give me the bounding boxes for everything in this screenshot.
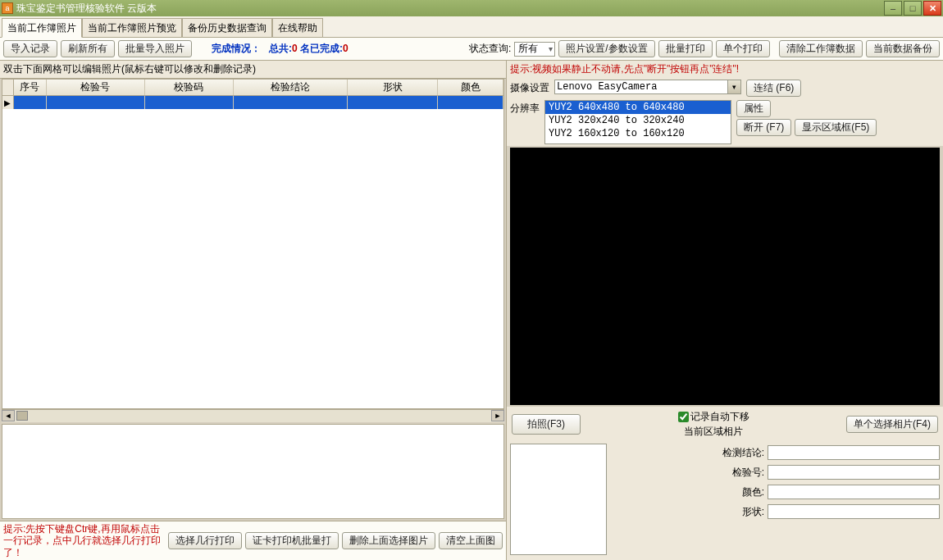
tab-photos[interactable]: 当前工作簿照片 (2, 18, 82, 38)
tab-help[interactable]: 在线帮助 (272, 18, 323, 37)
resolution-list[interactable]: YUY2 640x480 to 640x480 YUY2 320x240 to … (544, 100, 731, 144)
color-label: 颜色: (713, 485, 764, 499)
col-check-num[interactable]: 检验号 (47, 80, 145, 95)
clear-above-button[interactable]: 清空上面图 (439, 532, 503, 549)
list-item[interactable]: YUY2 320x240 to 320x240 (545, 114, 731, 127)
scroll-thumb[interactable] (16, 411, 28, 421)
row-indicator-icon: ▶ (2, 96, 14, 109)
color-input[interactable] (768, 485, 940, 499)
single-select-photo-button[interactable]: 单个选择相片(F4) (846, 416, 938, 433)
capture-button[interactable]: 拍照(F3) (512, 414, 581, 435)
photo-fields-row: 检测结论: 检验号: 颜色: 形状: (507, 442, 943, 560)
close-button[interactable]: ✕ (923, 1, 941, 16)
shape-input[interactable] (768, 504, 940, 519)
connect-button[interactable]: 连结 (F6) (746, 80, 801, 97)
tab-bar: 当前工作簿照片 当前工作簿照片预览 备份历史数据查询 在线帮助 (0, 16, 943, 38)
batch-import-button[interactable]: 批量导入照片 (118, 40, 192, 57)
col-verify-code[interactable]: 校验码 (145, 80, 234, 95)
result-label: 检测结论: (713, 446, 764, 460)
resolution-label: 分辨率 (510, 100, 540, 116)
scroll-left-icon[interactable]: ◄ (2, 410, 15, 421)
batch-print-button[interactable]: 批量打印 (658, 40, 713, 57)
select-rows-print-button[interactable]: 选择几行打印 (168, 532, 242, 549)
result-input[interactable] (768, 445, 940, 460)
main-area: 双击下面网格可以编辑照片(鼠标右键可以修改和删除记录) 序号 检验号 校验码 检… (0, 61, 943, 560)
single-print-button[interactable]: 单个打印 (716, 40, 770, 57)
grid-header: 序号 检验号 校验码 检验结论 形状 颜色 (2, 80, 503, 96)
clear-data-button[interactable]: 清除工作簿数据 (779, 40, 863, 57)
col-seq[interactable]: 序号 (14, 80, 47, 95)
disconnect-button[interactable]: 断开 (F7) (736, 119, 791, 136)
video-hint: 提示:视频如果静止不动请,先点"断开"按钮再点"连结"! (507, 61, 943, 78)
properties-button[interactable]: 属性 (736, 100, 771, 117)
scroll-right-icon[interactable]: ► (491, 410, 504, 421)
photo-preview (510, 444, 607, 555)
auto-down-input[interactable] (678, 412, 689, 422)
col-result[interactable]: 检验结论 (234, 80, 348, 95)
tab-history[interactable]: 备份历史数据查询 (182, 18, 272, 37)
table-row[interactable]: ▶ (2, 96, 503, 109)
status-query-select[interactable]: 所有 (514, 42, 555, 57)
resolution-row: 分辨率 YUY2 640x480 to 640x480 YUY2 320x240… (507, 98, 943, 146)
check-num-label: 检验号: (713, 466, 764, 480)
maximize-button[interactable]: □ (904, 1, 922, 16)
window-title: 珠宝鉴定书管理核验软件 云版本 (16, 2, 884, 16)
title-bar: a 珠宝鉴定书管理核验软件 云版本 – □ ✕ (0, 0, 943, 16)
minimize-button[interactable]: – (884, 1, 902, 16)
status-label: 完成情况： 总共:0 名已完成:0 (212, 42, 348, 56)
video-preview (510, 148, 940, 405)
grid-h-scrollbar[interactable]: ◄ ► (2, 409, 504, 422)
camera-row: 摄像设置 Lenovo EasyCamera ▾ 连结 (F6) (507, 78, 943, 98)
grid-hint: 双击下面网格可以编辑照片(鼠标右键可以修改和删除记录) (0, 61, 506, 79)
bottom-action-row: 提示:先按下键盘Ctr键,再用鼠标点击一行记录，点中几行就选择几行打印了！ 选择… (0, 521, 506, 560)
toolbar: 导入记录 刷新所有 批量导入照片 完成情况： 总共:0 名已完成:0 状态查询:… (0, 38, 943, 61)
capture-row: 拍照(F3) 记录自动下移 当前区域相片 单个选择相片(F4) (507, 407, 943, 442)
data-grid[interactable]: 序号 检验号 校验码 检验结论 形状 颜色 ▶ (2, 79, 504, 409)
left-pane: 双击下面网格可以编辑照片(鼠标右键可以修改和删除记录) 序号 检验号 校验码 检… (0, 61, 507, 560)
delete-selected-button[interactable]: 删除上面选择图片 (342, 532, 435, 549)
print-hint: 提示:先按下键盘Ctr键,再用鼠标点击一行记录，点中几行就选择几行打印了！ (3, 523, 165, 558)
backup-button[interactable]: 当前数据备份 (866, 40, 940, 57)
shape-label: 形状: (713, 505, 764, 519)
import-button[interactable]: 导入记录 (3, 40, 57, 57)
message-area (2, 424, 504, 519)
check-num-input[interactable] (768, 465, 940, 480)
list-item[interactable]: YUY2 640x480 to 640x480 (545, 101, 731, 114)
current-area-label: 当前区域相片 (684, 426, 743, 437)
show-area-box-button[interactable]: 显示区域框(F5) (795, 119, 877, 136)
chevron-down-icon[interactable]: ▾ (727, 80, 740, 93)
right-pane: 提示:视频如果静止不动请,先点"断开"按钮再点"连结"! 摄像设置 Lenovo… (507, 61, 943, 560)
card-printer-batch-button[interactable]: 证卡打印机批量打 (245, 532, 339, 549)
camera-label: 摄像设置 (510, 80, 549, 95)
camera-select[interactable]: Lenovo EasyCamera ▾ (554, 80, 741, 94)
query-label: 状态查询: (469, 42, 511, 56)
tab-preview[interactable]: 当前工作簿照片预览 (82, 18, 182, 37)
photo-settings-button[interactable]: 照片设置/参数设置 (558, 40, 654, 57)
list-item[interactable]: YUY2 160x120 to 160x120 (545, 127, 731, 140)
col-color[interactable]: 颜色 (438, 80, 503, 95)
refresh-button[interactable]: 刷新所有 (61, 40, 115, 57)
col-shape[interactable]: 形状 (348, 80, 438, 95)
grid-body[interactable]: ▶ (2, 96, 503, 408)
app-icon: a (2, 2, 13, 14)
auto-down-checkbox[interactable]: 记录自动下移 (678, 410, 749, 424)
